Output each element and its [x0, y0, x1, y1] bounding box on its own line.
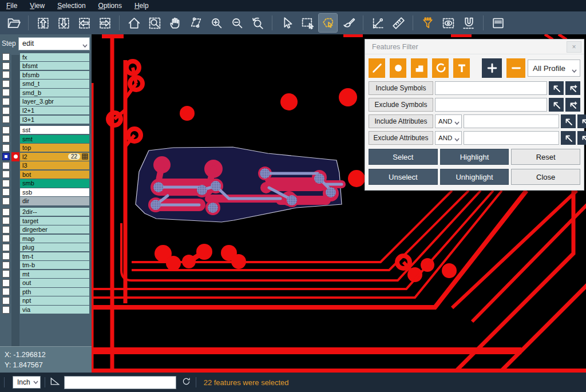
layer-checkbox[interactable] — [2, 116, 10, 123]
layer-indicator-slot[interactable] — [11, 279, 19, 288]
arc-feature-button[interactable] — [432, 58, 449, 78]
layer-name[interactable]: dirgerber — [20, 225, 89, 233]
layer-indicator-slot[interactable] — [11, 125, 19, 134]
layer-checkbox[interactable] — [2, 244, 10, 251]
pick-from-canvas-icon[interactable] — [549, 98, 564, 112]
close-button[interactable]: Close — [511, 169, 580, 185]
layer-indicator-slot[interactable] — [11, 134, 19, 144]
active-layer-indicator[interactable] — [11, 152, 19, 161]
layer-name[interactable]: bfsmt — [20, 62, 89, 70]
layer-checkbox[interactable] — [2, 270, 10, 278]
unselect-button[interactable]: Unselect — [369, 169, 438, 185]
selection-region[interactable] — [136, 147, 342, 222]
filter-value-input[interactable] — [435, 98, 547, 112]
layer-name[interactable]: l3+1 — [20, 116, 89, 124]
pick-add-from-canvas-icon[interactable] — [577, 131, 586, 145]
layer-checkbox[interactable] — [2, 197, 10, 205]
filter-row-label-button[interactable]: Include Symbols — [369, 81, 433, 95]
pan-hand-icon[interactable] — [166, 14, 184, 32]
layer-checkbox[interactable] — [2, 71, 10, 78]
layer-indicator-slot[interactable] — [11, 207, 19, 216]
layer-name[interactable]: out — [20, 279, 89, 287]
layer-name[interactable]: map — [20, 235, 89, 243]
surface-feature-button[interactable] — [411, 58, 427, 78]
layer-indicator-slot[interactable] — [11, 225, 19, 234]
menu-selection[interactable]: Selection — [51, 0, 92, 11]
add-feature-button[interactable] — [482, 58, 502, 78]
menu-options[interactable]: Options — [92, 0, 128, 11]
pick-from-canvas-icon[interactable] — [549, 81, 564, 95]
polygon-select-icon[interactable] — [319, 14, 337, 32]
select-cursor-icon[interactable] — [278, 14, 296, 32]
layer-checkbox[interactable] — [2, 306, 10, 314]
layer-checkbox[interactable] — [2, 153, 10, 160]
layer-name[interactable]: bfsmb — [20, 71, 89, 79]
layer-checkbox[interactable] — [2, 144, 10, 152]
pick-from-canvas-icon[interactable] — [561, 114, 576, 128]
filter-row-label-button[interactable]: Include Attributes — [369, 114, 433, 128]
filter-value-input[interactable] — [435, 81, 547, 95]
units-dropdown[interactable]: Inch — [13, 376, 41, 389]
layer-indicator-slot[interactable] — [11, 287, 19, 296]
layer-checkbox[interactable] — [2, 217, 10, 224]
filter-row-label-button[interactable]: Exclude Symbols — [369, 98, 433, 112]
filter-value-input[interactable] — [464, 114, 559, 128]
zoom-in-icon[interactable] — [207, 14, 225, 32]
layer-checkbox[interactable] — [2, 235, 10, 242]
layer-indicator-slot[interactable] — [11, 80, 19, 89]
line-feature-button[interactable] — [369, 58, 385, 78]
layer-name[interactable]: dir — [20, 197, 89, 205]
layer-indicator-slot[interactable] — [11, 188, 19, 197]
layer-indicator-slot[interactable] — [11, 197, 19, 206]
layer-name[interactable]: bot — [20, 171, 89, 179]
layer-indicator-slot[interactable] — [11, 305, 19, 314]
layer-name[interactable]: tm-t — [20, 252, 89, 260]
layer-checkbox[interactable] — [2, 262, 10, 269]
text-feature-button[interactable] — [453, 58, 470, 78]
layer-indicator-slot[interactable] — [11, 234, 19, 243]
pick-from-canvas-icon[interactable] — [561, 131, 576, 145]
pan-down-icon[interactable] — [54, 14, 73, 32]
and-or-dropdown[interactable]: AND — [435, 131, 462, 145]
layer-checkbox[interactable] — [2, 188, 10, 196]
layer-checkbox[interactable] — [2, 226, 10, 233]
layer-indicator-slot[interactable] — [11, 143, 19, 152]
layer-name[interactable]: l2+1 — [20, 106, 89, 114]
layer-name[interactable]: sst — [20, 126, 89, 134]
layer-indicator-slot[interactable] — [11, 62, 19, 71]
zoom-previous-icon[interactable] — [248, 14, 267, 32]
pan-up-icon[interactable] — [34, 14, 52, 32]
layer-name[interactable]: target — [20, 217, 89, 225]
layer-indicator-slot[interactable] — [11, 270, 19, 279]
pad-feature-button[interactable] — [390, 58, 406, 78]
clean-brush-icon[interactable] — [339, 14, 358, 32]
and-or-dropdown[interactable]: AND — [435, 114, 462, 128]
reset-button[interactable]: Reset — [511, 149, 580, 165]
layer-checkbox[interactable] — [2, 162, 10, 169]
view-filter-eye-icon[interactable] — [439, 14, 457, 32]
layer-name[interactable]: l3 — [20, 161, 89, 169]
rect-select-icon[interactable] — [298, 14, 316, 32]
layer-indicator-slot[interactable] — [11, 115, 19, 124]
layer-checkbox[interactable] — [2, 89, 10, 96]
layer-indicator-slot[interactable] — [11, 53, 19, 62]
zoom-window-icon[interactable] — [145, 14, 164, 32]
layer-indicator-slot[interactable] — [11, 261, 19, 270]
pick-add-from-canvas-icon[interactable] — [577, 114, 586, 128]
pan-left-icon[interactable] — [75, 14, 93, 32]
layer-checkbox[interactable] — [2, 171, 10, 178]
layer-indicator-slot[interactable] — [11, 97, 19, 106]
layer-name[interactable]: pth — [20, 288, 89, 296]
layer-checkbox[interactable] — [2, 279, 10, 287]
layer-checkbox[interactable] — [2, 208, 10, 216]
layer-indicator-slot[interactable] — [11, 243, 19, 252]
layer-indicator-slot[interactable] — [11, 70, 19, 80]
layer-checkbox[interactable] — [2, 80, 10, 88]
remove-feature-button[interactable] — [506, 58, 525, 78]
dialog-title-bar[interactable]: Features Filter × — [365, 39, 584, 54]
layer-name[interactable]: npt — [20, 296, 89, 304]
grid-icon[interactable] — [82, 153, 88, 160]
layer-name[interactable]: plug — [20, 243, 89, 251]
layer-indicator-slot[interactable] — [11, 88, 19, 97]
pick-add-from-canvas-icon[interactable] — [565, 98, 580, 112]
